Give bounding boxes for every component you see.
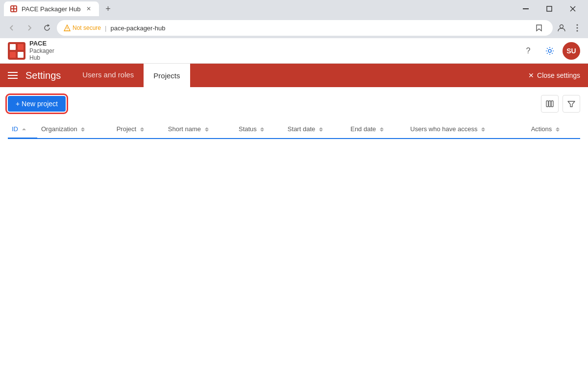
sort-icon-actions — [556, 127, 560, 132]
tab-favicon-icon — [10, 5, 18, 13]
logo-text: PACE Packager Hub — [29, 40, 54, 61]
nav-tabs: Users and roles Projects — [73, 64, 190, 87]
column-header-short-name[interactable]: Short name — [164, 120, 235, 139]
address-bar-row: Not secure | pace-packager-hub — [0, 18, 588, 38]
svg-rect-4 — [14, 9, 16, 11]
svg-marker-25 — [568, 101, 575, 107]
filter-icon — [567, 99, 576, 108]
svg-point-21 — [548, 49, 551, 52]
svg-rect-1 — [11, 6, 13, 8]
tab-users-and-roles[interactable]: Users and roles — [73, 64, 144, 87]
security-warning-icon: Not secure — [64, 24, 101, 31]
user-avatar[interactable]: SU — [563, 42, 580, 60]
back-button[interactable] — [4, 20, 20, 36]
column-header-end-date[interactable]: End date — [346, 120, 406, 139]
column-header-id[interactable]: ID — [8, 120, 37, 139]
address-bar[interactable]: Not secure | pace-packager-hub — [57, 20, 553, 36]
tab-close-button[interactable]: ✕ — [84, 4, 93, 13]
svg-rect-19 — [10, 52, 16, 58]
reload-button[interactable] — [39, 20, 55, 36]
app-logo: PACE Packager Hub — [8, 40, 54, 61]
tab-title: PACE Packager Hub — [22, 5, 80, 13]
projects-table: ID Organization — [8, 120, 580, 139]
settings-button[interactable] — [541, 42, 559, 60]
sort-icon-id — [22, 128, 26, 131]
column-header-project[interactable]: Project — [113, 120, 164, 139]
column-header-actions[interactable]: Actions — [527, 120, 580, 139]
settings-title: Settings — [25, 70, 61, 81]
bookmark-button[interactable] — [532, 21, 546, 35]
tab-projects[interactable]: Projects — [144, 64, 190, 87]
app-container: PACE Packager Hub ? SU — [0, 38, 588, 372]
svg-rect-5 — [523, 8, 529, 9]
hamburger-menu-button[interactable] — [8, 72, 18, 79]
svg-rect-20 — [18, 52, 24, 58]
sort-icon-users-access — [481, 127, 485, 132]
sort-icon-organization — [81, 127, 85, 132]
settings-nav: Settings Users and roles Projects ✕ Clos… — [0, 64, 588, 87]
sort-icon-status — [260, 127, 264, 132]
close-icon: ✕ — [528, 71, 534, 79]
minimize-button[interactable] — [514, 0, 537, 18]
projects-table-wrapper: ID Organization — [8, 120, 580, 364]
filter-button[interactable] — [563, 95, 580, 113]
columns-icon — [545, 99, 554, 108]
url-separator: | — [105, 24, 106, 32]
logo-icon — [8, 42, 25, 60]
not-secure-label: Not secure — [73, 24, 101, 31]
svg-point-12 — [560, 25, 564, 28]
toolbar: + New project — [8, 95, 580, 113]
help-button[interactable]: ? — [519, 42, 537, 60]
forward-button[interactable] — [22, 20, 37, 36]
gear-icon — [545, 46, 555, 56]
sort-icon-start-date — [319, 127, 323, 132]
address-bar-actions — [532, 21, 546, 35]
header-actions: ? SU — [519, 42, 580, 60]
window-controls — [514, 0, 584, 18]
content-area: + New project — [0, 87, 588, 372]
new-tab-button[interactable]: + — [101, 2, 115, 16]
close-button[interactable] — [562, 0, 584, 18]
sort-icon-project — [140, 127, 144, 132]
svg-rect-6 — [547, 6, 552, 11]
browser-titlebar: PACE Packager Hub ✕ + — [0, 0, 588, 18]
app-header: PACE Packager Hub ? SU — [0, 38, 588, 64]
svg-point-14 — [577, 24, 578, 26]
svg-rect-3 — [11, 9, 13, 11]
url-text: pace-packager-hub — [110, 24, 165, 32]
svg-marker-11 — [537, 25, 541, 31]
svg-rect-0 — [10, 5, 17, 12]
column-header-users-who-have-access[interactable]: Users who have access — [406, 120, 527, 139]
svg-point-10 — [67, 29, 67, 30]
columns-toggle-button[interactable] — [541, 95, 559, 113]
browser-tab[interactable]: PACE Packager Hub ✕ — [4, 1, 99, 16]
close-settings-button[interactable]: ✕ Close settings — [528, 71, 580, 79]
extensions-button[interactable] — [570, 21, 584, 35]
svg-rect-24 — [551, 101, 553, 107]
svg-rect-18 — [18, 44, 24, 50]
sort-icon-short-name — [205, 127, 209, 132]
svg-rect-23 — [549, 101, 551, 107]
new-project-button[interactable]: + New project — [8, 96, 66, 112]
column-header-start-date[interactable]: Start date — [284, 120, 346, 139]
column-header-status[interactable]: Status — [235, 120, 284, 139]
svg-rect-22 — [546, 101, 548, 107]
svg-rect-2 — [14, 6, 16, 8]
table-controls — [541, 95, 580, 113]
svg-rect-17 — [10, 44, 16, 50]
profile-button[interactable] — [555, 21, 568, 35]
sort-icon-end-date — [380, 127, 384, 132]
column-header-organization[interactable]: Organization — [37, 120, 113, 139]
svg-point-15 — [577, 30, 578, 32]
svg-point-13 — [577, 27, 578, 29]
maximize-button[interactable] — [538, 0, 561, 18]
